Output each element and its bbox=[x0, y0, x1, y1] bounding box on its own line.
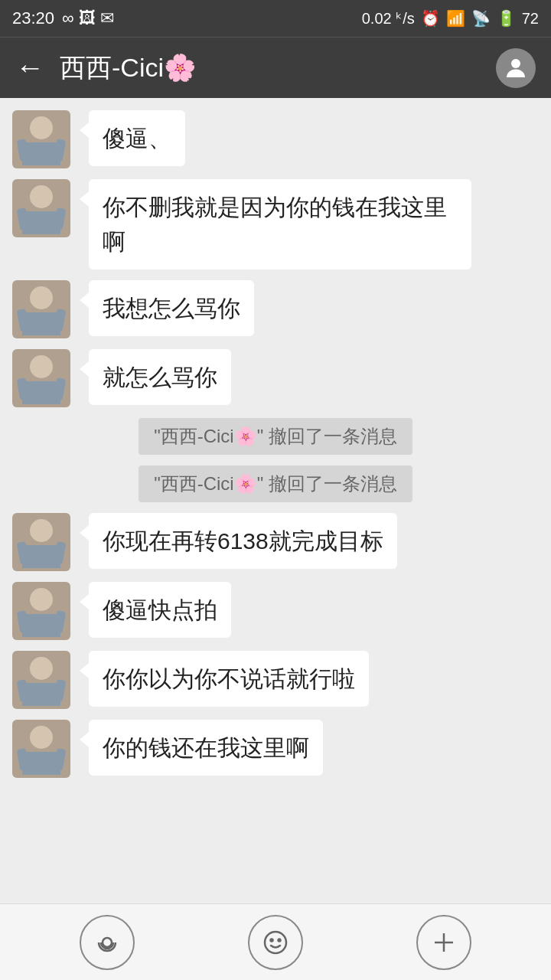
bubble-arrow bbox=[80, 663, 89, 678]
avatar[interactable] bbox=[12, 651, 70, 709]
message-row: 你不删我就是因为你的钱在我这里啊 bbox=[12, 179, 539, 270]
avatar[interactable] bbox=[12, 513, 70, 571]
status-time: 23:20 bbox=[12, 8, 54, 28]
system-message-row: "西西-Cici🌸" 撤回了一条消息 bbox=[12, 418, 539, 455]
message-bubble: 傻逼快点拍 bbox=[89, 582, 231, 638]
plus-button[interactable] bbox=[416, 915, 471, 970]
battery-level: 72 bbox=[522, 10, 539, 28]
status-icons: ∞ 🖼 ✉ bbox=[62, 8, 114, 28]
message-row: 就怎么骂你 bbox=[12, 349, 539, 407]
chat-header: ← 西西-Cici🌸 bbox=[0, 37, 551, 98]
bubble-arrow bbox=[80, 191, 89, 207]
status-right: 0.02 ᵏ/s ⏰ 📶 📡 🔋 72 bbox=[362, 9, 539, 28]
battery-icon: 🔋 bbox=[497, 9, 516, 28]
bubble-arrow bbox=[80, 122, 89, 138]
message-row: 傻逼、 bbox=[12, 110, 539, 168]
bubble-arrow bbox=[80, 361, 89, 377]
message-bubble: 我想怎么骂你 bbox=[89, 280, 254, 336]
message-bubble: 你你以为你不说话就行啦 bbox=[89, 651, 369, 707]
avatar[interactable] bbox=[12, 280, 70, 338]
bubble-wrap: 你不删我就是因为你的钱在我这里啊 bbox=[80, 179, 471, 270]
bubble-wrap: 你的钱还在我这里啊 bbox=[80, 720, 323, 776]
bubble-arrow bbox=[80, 594, 89, 609]
bottom-bar bbox=[0, 903, 551, 980]
avatar[interactable] bbox=[12, 179, 70, 237]
svg-point-0 bbox=[511, 59, 520, 68]
chat-area: 傻逼、 你不删我就是因为你的钱在我这里啊 bbox=[0, 98, 551, 903]
svg-point-4 bbox=[279, 939, 281, 941]
svg-point-3 bbox=[271, 939, 273, 941]
system-message: "西西-Cici🌸" 撤回了一条消息 bbox=[139, 418, 412, 455]
svg-point-1 bbox=[103, 938, 112, 947]
contact-profile-button[interactable] bbox=[496, 48, 536, 88]
network-speed: 0.02 ᵏ/s bbox=[362, 9, 415, 28]
back-button[interactable]: ← bbox=[15, 51, 44, 84]
system-message: "西西-Cici🌸" 撤回了一条消息 bbox=[139, 466, 412, 502]
message-row: 你的钱还在我这里啊 bbox=[12, 720, 539, 778]
signal-icon: 📡 bbox=[471, 9, 491, 28]
message-row: 你你以为你不说话就行啦 bbox=[12, 651, 539, 709]
message-bubble: 你的钱还在我这里啊 bbox=[89, 720, 323, 776]
status-bar: 23:20 ∞ 🖼 ✉ 0.02 ᵏ/s ⏰ 📶 📡 🔋 72 bbox=[0, 0, 551, 37]
avatar[interactable] bbox=[12, 349, 70, 407]
status-left: 23:20 ∞ 🖼 ✉ bbox=[12, 8, 114, 28]
voice-button[interactable] bbox=[80, 915, 135, 970]
message-bubble: 你现在再转6138就完成目标 bbox=[89, 513, 397, 569]
avatar[interactable] bbox=[12, 582, 70, 640]
emoji-button[interactable] bbox=[248, 915, 303, 970]
clock-icon: ⏰ bbox=[421, 9, 440, 28]
bubble-wrap: 傻逼、 bbox=[80, 110, 185, 166]
message-bubble: 傻逼、 bbox=[89, 110, 185, 166]
bubble-wrap: 你你以为你不说话就行啦 bbox=[80, 651, 369, 707]
wifi-icon: 📶 bbox=[446, 9, 465, 28]
svg-point-2 bbox=[265, 932, 286, 953]
bubble-wrap: 我想怎么骂你 bbox=[80, 280, 254, 336]
bubble-arrow bbox=[80, 732, 89, 747]
bubble-wrap: 你现在再转6138就完成目标 bbox=[80, 513, 397, 569]
message-row: 傻逼快点拍 bbox=[12, 582, 539, 640]
bubble-arrow bbox=[80, 292, 89, 308]
system-message-row: "西西-Cici🌸" 撤回了一条消息 bbox=[12, 466, 539, 502]
avatar[interactable] bbox=[12, 720, 70, 778]
chat-title: 西西-Cici🌸 bbox=[60, 51, 496, 86]
message-bubble: 你不删我就是因为你的钱在我这里啊 bbox=[89, 179, 471, 270]
bubble-wrap: 就怎么骂你 bbox=[80, 349, 231, 405]
message-bubble: 就怎么骂你 bbox=[89, 349, 231, 405]
message-row: 你现在再转6138就完成目标 bbox=[12, 513, 539, 571]
message-row: 我想怎么骂你 bbox=[12, 280, 539, 338]
bubble-arrow bbox=[80, 525, 89, 541]
profile-icon bbox=[502, 54, 530, 82]
avatar[interactable] bbox=[12, 110, 70, 168]
bubble-wrap: 傻逼快点拍 bbox=[80, 582, 231, 638]
